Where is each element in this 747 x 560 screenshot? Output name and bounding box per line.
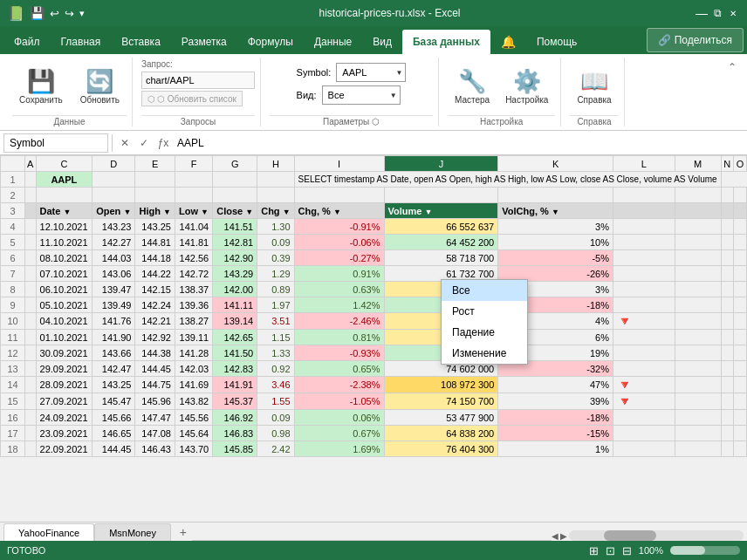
- col-header-H[interactable]: H: [257, 156, 294, 172]
- cell-A1[interactable]: [25, 172, 37, 188]
- save-button[interactable]: 💾 Сохранить: [12, 65, 70, 108]
- header-volume[interactable]: Volume ▼: [384, 203, 498, 219]
- vid-select[interactable]: Все Рост Падение Изменение: [322, 85, 401, 105]
- settings-button[interactable]: ⚙️ Настройка: [498, 65, 555, 108]
- col-header-K[interactable]: K: [498, 156, 613, 172]
- confirm-formula-icon[interactable]: ✓: [135, 134, 153, 152]
- col-header-G[interactable]: G: [213, 156, 257, 172]
- dropdown-item-fall[interactable]: Падение: [442, 322, 527, 343]
- cell-L3[interactable]: [613, 203, 675, 219]
- cell-O2[interactable]: [734, 188, 747, 203]
- col-header-O[interactable]: O: [734, 156, 747, 172]
- cell-D2[interactable]: [93, 188, 135, 203]
- tab-help[interactable]: Помощь: [526, 30, 587, 54]
- dropdown-item-all[interactable]: Все: [442, 280, 527, 301]
- header-high[interactable]: High ▼: [135, 203, 175, 219]
- header-chg[interactable]: Chg ▼: [257, 203, 294, 219]
- tab-data[interactable]: Данные: [304, 30, 362, 54]
- sheet-tab-yahoo[interactable]: YahooFinance: [3, 523, 94, 541]
- cell-G1[interactable]: [213, 172, 257, 188]
- scroll-container[interactable]: A C D E F G H I J K L M N O 1: [0, 155, 747, 522]
- symbol-select[interactable]: AAPL: [336, 63, 406, 82]
- col-header-M[interactable]: M: [675, 156, 721, 172]
- cancel-formula-icon[interactable]: ✕: [116, 134, 134, 152]
- col-header-N[interactable]: N: [721, 156, 733, 172]
- cell-F1[interactable]: [175, 172, 212, 188]
- dropdown-item-change[interactable]: Изменение: [442, 343, 527, 364]
- help-button[interactable]: 📖 Справка: [570, 65, 618, 108]
- cell-C2[interactable]: [36, 188, 93, 203]
- tab-help-icon[interactable]: 🔔: [490, 30, 526, 54]
- formula-input[interactable]: [175, 135, 744, 151]
- minimize-button[interactable]: —: [695, 6, 709, 20]
- redo-icon[interactable]: ↪: [65, 7, 74, 20]
- cell-M2[interactable]: [675, 188, 721, 203]
- cell-M3[interactable]: [675, 203, 721, 219]
- col-header-J[interactable]: J: [384, 156, 498, 172]
- tab-layout[interactable]: Разметка: [171, 30, 237, 54]
- col-header-E[interactable]: E: [135, 156, 175, 172]
- tab-database[interactable]: База данных: [402, 30, 490, 54]
- cell-N2[interactable]: [721, 188, 733, 203]
- tab-file[interactable]: Файл: [3, 30, 51, 54]
- cell-A2[interactable]: [25, 188, 37, 203]
- dropdown-item-growth[interactable]: Рост: [442, 301, 527, 322]
- col-header-L[interactable]: L: [613, 156, 675, 172]
- scroll-thumb[interactable]: [604, 530, 656, 541]
- help-icon: 📖: [580, 68, 608, 95]
- cell-G2[interactable]: [213, 188, 257, 203]
- update-button[interactable]: 🔄 Обновить: [73, 65, 127, 108]
- col-header-D[interactable]: D: [93, 156, 135, 172]
- ribbon-collapse-button[interactable]: ⌃: [728, 61, 737, 73]
- tab-share[interactable]: 🔗 Поделиться: [647, 28, 744, 52]
- header-date[interactable]: Date ▼: [36, 203, 93, 219]
- col-header-I[interactable]: I: [294, 156, 384, 172]
- close-button[interactable]: ✕: [726, 6, 740, 20]
- normal-view-icon[interactable]: ⊞: [589, 544, 599, 557]
- cell-D1[interactable]: [93, 172, 135, 188]
- cell-I1[interactable]: SELECT timestamp AS Date, open AS Open, …: [294, 172, 721, 188]
- header-close[interactable]: Close ▼: [213, 203, 257, 219]
- cell-K2[interactable]: [498, 188, 613, 203]
- quick-save-icon[interactable]: 💾: [30, 6, 45, 20]
- header-volchg[interactable]: VolChg, % ▼: [498, 203, 613, 219]
- page-layout-icon[interactable]: ⊡: [606, 544, 615, 557]
- cell-F2[interactable]: [175, 188, 212, 203]
- header-chgpct[interactable]: Chg, % ▼: [294, 203, 384, 219]
- maximize-button[interactable]: ⧉: [710, 6, 724, 20]
- update-list-button[interactable]: ⬡ ⬡ Обновить список: [141, 91, 243, 106]
- name-box[interactable]: [3, 133, 108, 153]
- insert-function-icon[interactable]: ƒx: [154, 134, 172, 152]
- cell-H2[interactable]: [257, 188, 294, 203]
- tab-view[interactable]: Вид: [362, 30, 402, 54]
- master-button[interactable]: 🔧 Мастера: [448, 65, 497, 108]
- cell-C1[interactable]: AAPL: [36, 172, 93, 188]
- horizontal-scrollbar[interactable]: [569, 530, 744, 541]
- request-input[interactable]: [141, 72, 255, 89]
- col-header-A[interactable]: A: [25, 156, 37, 172]
- scroll-left-icon[interactable]: ◀: [552, 531, 559, 541]
- page-break-icon[interactable]: ⊟: [622, 544, 632, 557]
- cell-N3[interactable]: [721, 203, 733, 219]
- sheet-tab-msn[interactable]: MsnMoney: [94, 523, 171, 541]
- tab-home[interactable]: Главная: [51, 30, 112, 54]
- cell-O3[interactable]: [734, 203, 747, 219]
- cell-E1[interactable]: [135, 172, 175, 188]
- cell-A3[interactable]: [25, 203, 37, 219]
- col-header-C[interactable]: C: [36, 156, 93, 172]
- column-header-row: A C D E F G H I J K L M N O: [1, 156, 747, 172]
- zoom-slider[interactable]: [670, 546, 740, 555]
- add-sheet-button[interactable]: +: [175, 523, 192, 541]
- undo-icon[interactable]: ↩: [50, 7, 59, 20]
- tab-insert[interactable]: Вставка: [111, 30, 171, 54]
- cell-J2[interactable]: [384, 188, 498, 203]
- header-open[interactable]: Open ▼: [93, 203, 135, 219]
- scroll-right-icon[interactable]: ▶: [560, 531, 567, 541]
- cell-H1[interactable]: [257, 172, 294, 188]
- cell-E2[interactable]: [135, 188, 175, 203]
- tab-formulas[interactable]: Формулы: [237, 30, 304, 54]
- cell-I2[interactable]: [294, 188, 384, 203]
- cell-L2[interactable]: [613, 188, 675, 203]
- col-header-F[interactable]: F: [175, 156, 212, 172]
- header-low[interactable]: Low ▼: [175, 203, 212, 219]
